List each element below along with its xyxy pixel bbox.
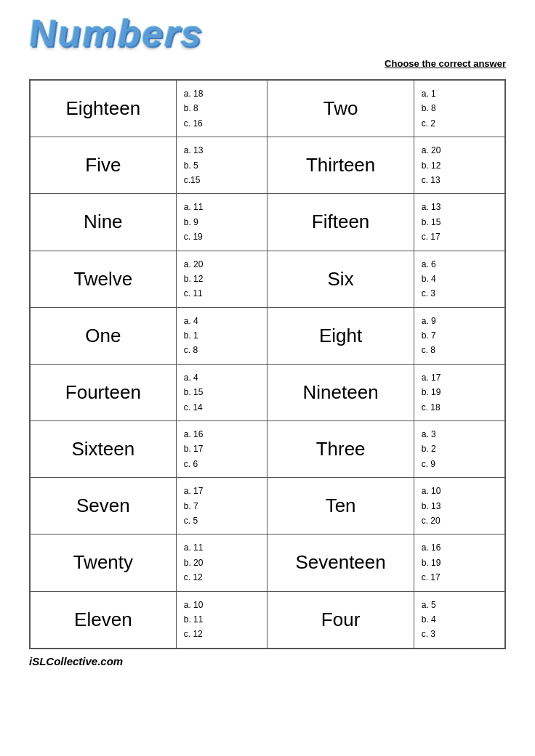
options-cell-left: a. 4b. 1c. 8 bbox=[176, 307, 268, 364]
options-cell-left: a. 13b. 5c.15 bbox=[176, 137, 268, 194]
word-cell-right: Eight bbox=[268, 307, 414, 364]
options-cell-left: a. 4b. 15c. 14 bbox=[176, 364, 268, 420]
options-cell-right: a. 9b. 7c. 8 bbox=[414, 307, 505, 364]
options-cell-right: a. 5b. 4c. 3 bbox=[414, 591, 505, 649]
page-title: Numbers bbox=[27, 15, 205, 57]
options-cell-left: a. 20b. 12c. 11 bbox=[176, 251, 268, 307]
table-row: Ninea. 11b. 9c. 19Fifteena. 13b. 15c. 17 bbox=[30, 194, 505, 251]
table-row: Fivea. 13b. 5c.15Thirteena. 20b. 12c. 13 bbox=[30, 137, 505, 194]
word-cell-right: Nineteen bbox=[268, 364, 414, 420]
word-cell-right: Fifteen bbox=[268, 194, 414, 251]
options-cell-left: a. 18b. 8c. 16 bbox=[176, 80, 268, 137]
word-cell-left: Seven bbox=[30, 478, 176, 535]
table-row: Eighteena. 18b. 8c. 16Twoa. 1b. 8c. 2 bbox=[30, 80, 505, 137]
options-cell-right: a. 1b. 8c. 2 bbox=[414, 80, 505, 137]
word-cell-right: Seventeen bbox=[268, 535, 414, 591]
subtitle: Choose the correct answer bbox=[29, 58, 506, 69]
table-row: Twelvea. 20b. 12c. 11Sixa. 6b. 4c. 3 bbox=[30, 251, 505, 307]
table-row: Sevena. 17b. 7c. 5Tena. 10b. 13c. 20 bbox=[30, 478, 505, 535]
options-cell-left: a. 11b. 9c. 19 bbox=[176, 194, 268, 251]
word-cell-left: Eighteen bbox=[30, 80, 176, 137]
table-row: Onea. 4b. 1c. 8Eighta. 9b. 7c. 8 bbox=[30, 307, 505, 364]
options-cell-right: a. 17b. 19c. 18 bbox=[414, 364, 505, 420]
word-cell-right: Four bbox=[268, 591, 414, 649]
word-cell-right: Three bbox=[268, 421, 414, 478]
word-cell-left: Fourteen bbox=[30, 364, 176, 420]
word-cell-left: Nine bbox=[30, 194, 176, 251]
word-cell-right: Ten bbox=[268, 478, 414, 535]
options-cell-left: a. 11b. 20c. 12 bbox=[176, 535, 268, 591]
word-cell-right: Thirteen bbox=[268, 137, 414, 194]
options-cell-left: a. 16b. 17c. 6 bbox=[176, 421, 268, 478]
word-cell-right: Six bbox=[268, 251, 414, 307]
table-row: Fourteena. 4b. 15c. 14Nineteena. 17b. 19… bbox=[30, 364, 505, 420]
options-cell-right: a. 3b. 2c. 9 bbox=[414, 421, 505, 478]
word-cell-left: Twenty bbox=[30, 535, 176, 591]
options-cell-right: a. 6b. 4c. 3 bbox=[414, 251, 505, 307]
table-row: Elevena. 10b. 11c. 12Foura. 5b. 4c. 3 bbox=[30, 591, 505, 649]
options-cell-right: a. 10b. 13c. 20 bbox=[414, 478, 505, 535]
page-header: Numbers Choose the correct answer bbox=[29, 15, 506, 73]
options-cell-left: a. 17b. 7c. 5 bbox=[176, 478, 268, 535]
table-row: Twentya. 11b. 20c. 12Seventeena. 16b. 19… bbox=[30, 535, 505, 591]
word-cell-left: One bbox=[30, 307, 176, 364]
options-cell-right: a. 20b. 12c. 13 bbox=[414, 137, 505, 194]
footer-text: iSLCollective.com bbox=[29, 655, 506, 667]
word-cell-left: Twelve bbox=[30, 251, 176, 307]
word-cell-left: Sixteen bbox=[30, 421, 176, 478]
table-row: Sixteena. 16b. 17c. 6Threea. 3b. 2c. 9 bbox=[30, 421, 505, 478]
options-cell-right: a. 16b. 19c. 17 bbox=[414, 535, 505, 591]
options-cell-right: a. 13b. 15c. 17 bbox=[414, 194, 505, 251]
options-cell-left: a. 10b. 11c. 12 bbox=[176, 591, 268, 649]
word-cell-right: Two bbox=[268, 80, 414, 137]
numbers-table: Eighteena. 18b. 8c. 16Twoa. 1b. 8c. 2Fiv… bbox=[29, 79, 506, 649]
word-cell-left: Eleven bbox=[30, 591, 176, 649]
word-cell-left: Five bbox=[30, 137, 176, 194]
